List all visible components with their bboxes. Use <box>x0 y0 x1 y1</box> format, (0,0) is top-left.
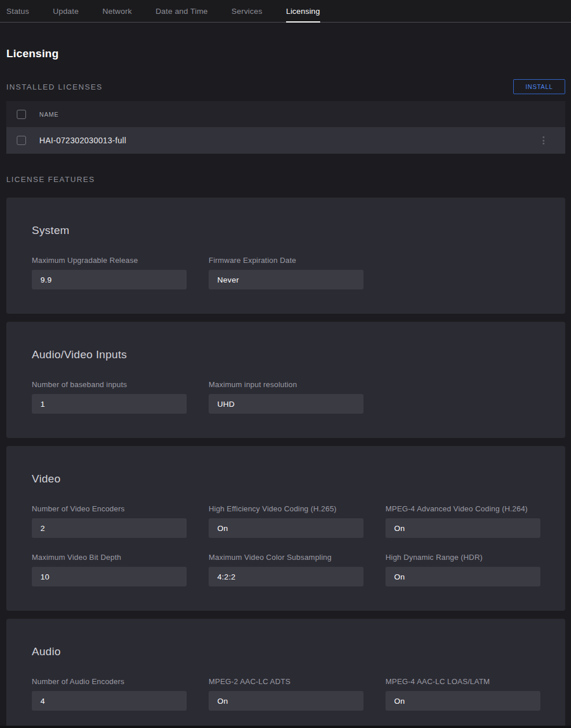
field-label: MPEG-4 AAC-LC LOAS/LATM <box>385 677 540 686</box>
license-name: HAI-072302030013-full <box>39 136 539 145</box>
install-button[interactable]: INSTALL <box>513 79 565 94</box>
field-value[interactable]: Never <box>209 270 364 289</box>
field-label: Number of baseband inputs <box>32 380 187 389</box>
tab-network[interactable]: Network <box>102 0 132 22</box>
field-value[interactable]: On <box>385 567 540 586</box>
license-row-checkbox[interactable] <box>17 136 26 145</box>
tab-update[interactable]: Update <box>53 0 79 22</box>
feature-card-video: VideoNumber of Video Encoders2High Effic… <box>6 446 565 611</box>
field-label: Number of Video Encoders <box>32 504 187 513</box>
field-label: Maximum Upgradable Release <box>32 256 187 265</box>
licenses-table-body: HAI-072302030013-full <box>6 127 565 154</box>
field-label: MPEG-4 Advanced Video Coding (H.264) <box>385 504 540 513</box>
tab-status[interactable]: Status <box>6 0 29 22</box>
feature-field-maximum-upgradable-release: Maximum Upgradable Release9.9 <box>32 256 187 289</box>
feature-field-grid: Maximum Upgradable Release9.9Firmware Ex… <box>32 256 540 289</box>
bottom-edge-strip <box>0 726 571 728</box>
installed-licenses-header: INSTALLED LICENSES INSTALL <box>6 79 565 94</box>
page-content: Licensing INSTALLED LICENSES INSTALL NAM… <box>0 47 571 728</box>
feature-field-high-efficiency-video-coding-h-265: High Efficiency Video Coding (H.265)On <box>209 504 364 538</box>
licenses-table: NAME HAI-072302030013-full <box>6 101 565 154</box>
feature-card-audio: AudioNumber of Audio Encoders4MPEG-2 AAC… <box>6 619 565 728</box>
tab-services[interactable]: Services <box>232 0 262 22</box>
feature-field-grid: Number of baseband inputs1Maximum input … <box>32 380 540 414</box>
settings-tab-bar: StatusUpdateNetworkDate and TimeServices… <box>0 0 571 23</box>
feature-field-number-of-audio-encoders: Number of Audio Encoders4 <box>32 677 187 711</box>
license-features-header: LICENSE FEATURES <box>6 172 565 187</box>
feature-field-maximum-input-resolution: Maximum input resolutionUHD <box>209 380 364 414</box>
field-value[interactable]: 2 <box>32 518 187 538</box>
feature-field-firmware-expiration-date: Firmware Expiration DateNever <box>209 256 364 289</box>
feature-field-mpeg-4-advanced-video-coding-h-264: MPEG-4 Advanced Video Coding (H.264)On <box>385 504 540 538</box>
field-label: Firmware Expiration Date <box>209 256 364 265</box>
field-label: High Dynamic Range (HDR) <box>385 553 540 562</box>
field-value[interactable]: 4:2:2 <box>209 567 364 586</box>
field-value[interactable]: 4 <box>32 691 187 711</box>
field-value[interactable]: UHD <box>209 394 364 414</box>
license-features-label: LICENSE FEATURES <box>6 175 95 184</box>
licenses-table-header: NAME <box>6 101 565 127</box>
feature-card-title: Audio <box>32 645 540 658</box>
field-value[interactable]: On <box>209 518 364 538</box>
feature-field-mpeg-2-aac-lc-adts: MPEG-2 AAC-LC ADTSOn <box>209 677 364 711</box>
page-title: Licensing <box>6 47 565 60</box>
license-feature-cards: SystemMaximum Upgradable Release9.9Firmw… <box>6 198 565 728</box>
feature-field-maximum-video-bit-depth: Maximum Video Bit Depth10 <box>32 553 187 586</box>
tab-licensing[interactable]: Licensing <box>286 0 320 22</box>
feature-field-maximum-video-color-subsampling: Maximum Video Color Subsampling4:2:2 <box>209 553 364 586</box>
field-label: Maximum input resolution <box>209 380 364 389</box>
field-value[interactable]: 9.9 <box>32 270 187 289</box>
field-label: MPEG-2 AAC-LC ADTS <box>209 677 364 686</box>
feature-field-grid: Number of Audio Encoders4MPEG-2 AAC-LC A… <box>32 677 540 711</box>
select-all-checkbox[interactable] <box>17 110 26 119</box>
feature-card-audio-video-inputs: Audio/Video InputsNumber of baseband inp… <box>6 322 565 438</box>
field-value[interactable]: On <box>385 518 540 538</box>
name-column-header: NAME <box>39 111 59 118</box>
feature-card-title: System <box>32 224 540 237</box>
field-label: Number of Audio Encoders <box>32 677 187 686</box>
tab-date-and-time[interactable]: Date and Time <box>155 0 207 22</box>
field-value[interactable]: On <box>209 691 364 711</box>
feature-field-number-of-video-encoders: Number of Video Encoders2 <box>32 504 187 538</box>
field-value[interactable]: 10 <box>32 567 187 586</box>
kebab-menu-icon[interactable] <box>539 135 548 146</box>
installed-licenses-label: INSTALLED LICENSES <box>6 83 103 91</box>
field-label: Maximum Video Bit Depth <box>32 553 187 562</box>
feature-field-number-of-baseband-inputs: Number of baseband inputs1 <box>32 380 187 414</box>
feature-card-title: Audio/Video Inputs <box>32 348 540 361</box>
field-label: Maximum Video Color Subsampling <box>209 553 364 562</box>
feature-field-high-dynamic-range-hdr: High Dynamic Range (HDR)On <box>385 553 540 586</box>
field-label: High Efficiency Video Coding (H.265) <box>209 504 364 513</box>
feature-field-grid: Number of Video Encoders2High Efficiency… <box>32 504 540 586</box>
table-row: HAI-072302030013-full <box>6 127 565 154</box>
field-value[interactable]: On <box>385 691 540 711</box>
feature-field-mpeg-4-aac-lc-loas-latm: MPEG-4 AAC-LC LOAS/LATMOn <box>385 677 540 711</box>
field-value[interactable]: 1 <box>32 394 187 414</box>
feature-card-title: Video <box>32 473 540 485</box>
feature-card-system: SystemMaximum Upgradable Release9.9Firmw… <box>6 198 565 314</box>
